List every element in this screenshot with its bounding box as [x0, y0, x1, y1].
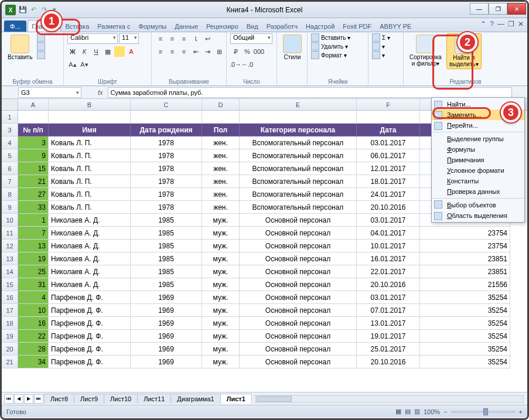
align-top-icon[interactable]: ≡: [155, 33, 166, 44]
insert-cells-button[interactable]: Вставить ▾: [311, 33, 350, 42]
merge-icon[interactable]: ⊞: [214, 46, 224, 57]
delete-cells-button[interactable]: Удалить ▾: [311, 42, 350, 50]
tab-formulas[interactable]: Формулы: [134, 21, 170, 32]
wrap-text-icon[interactable]: ↩: [202, 33, 213, 44]
styles-button[interactable]: Стили: [281, 33, 304, 62]
dec-decimal-icon[interactable]: ←.0: [242, 59, 252, 70]
menu-item[interactable]: Условное формати: [432, 165, 524, 176]
select-all-corner[interactable]: [2, 99, 18, 110]
maximize-button[interactable]: ❐: [489, 3, 507, 15]
menu-item[interactable]: Выделение группы: [432, 132, 524, 144]
autosum-button[interactable]: Σ ▾: [372, 33, 390, 42]
tab-developer[interactable]: Разработч: [262, 21, 302, 32]
inc-decimal-icon[interactable]: .0→: [230, 59, 241, 70]
sheet-nav-first[interactable]: ⏮: [4, 394, 13, 404]
align-right-icon[interactable]: ≡: [179, 46, 189, 57]
save-icon[interactable]: 💾: [18, 5, 28, 15]
tab-addins[interactable]: Надстрой: [302, 21, 339, 32]
undo-icon[interactable]: ↶: [29, 5, 38, 15]
font-color-button[interactable]: A: [126, 46, 136, 57]
underline-button[interactable]: Ч: [91, 46, 101, 57]
increase-font-icon[interactable]: A▴: [67, 59, 78, 70]
window-min-icon[interactable]: —: [497, 20, 504, 28]
tab-insert[interactable]: Вставка: [61, 21, 93, 32]
align-middle-icon[interactable]: ≡: [167, 33, 178, 44]
sheet-nav-prev[interactable]: ◀: [14, 394, 23, 404]
comma-icon[interactable]: 000: [254, 46, 264, 57]
copy-icon[interactable]: [37, 42, 45, 50]
window-close-icon[interactable]: ✕: [518, 20, 524, 28]
fx-icon[interactable]: fx: [98, 89, 103, 96]
zoom-in-button[interactable]: +: [519, 408, 523, 415]
horizontal-scrollbar[interactable]: [255, 395, 524, 403]
group-align-label: Выравнивание: [155, 78, 223, 86]
zoom-value[interactable]: 100%: [424, 408, 440, 415]
view-normal-icon[interactable]: ▦: [395, 408, 401, 415]
decrease-font-icon[interactable]: A▾: [79, 59, 90, 70]
font-size-combo[interactable]: 11: [119, 33, 139, 44]
menu-item[interactable]: Выбор объектов: [432, 198, 524, 210]
tab-layout[interactable]: Разметка с: [93, 21, 134, 32]
col-A[interactable]: A: [18, 99, 49, 110]
font-name-combo[interactable]: Calibri: [67, 33, 118, 44]
menu-item[interactable]: Константы: [432, 176, 524, 186]
file-tab[interactable]: Ф...: [4, 21, 26, 32]
window-restore-icon[interactable]: ❐: [508, 20, 514, 28]
cut-icon[interactable]: [37, 33, 45, 42]
name-box[interactable]: G3: [18, 87, 81, 98]
sheet-nav-next[interactable]: ▶: [24, 394, 33, 404]
ribbon-minimize-icon[interactable]: ⌃: [480, 20, 486, 28]
status-bar: Готово ▦ ▤ ▥ 100% − +: [2, 405, 527, 418]
tab-data[interactable]: Данные: [170, 21, 202, 32]
col-E[interactable]: E: [240, 99, 357, 110]
sheet-tab[interactable]: Лист1: [220, 394, 252, 404]
menu-item[interactable]: Примечания: [432, 155, 524, 165]
sort-filter-button[interactable]: Сортировкаи фильтр▾: [407, 33, 444, 68]
col-B[interactable]: B: [49, 99, 131, 110]
tab-review[interactable]: Рецензиро: [202, 21, 243, 32]
border-button[interactable]: ▦: [103, 46, 113, 57]
view-layout-icon[interactable]: ▤: [405, 408, 411, 415]
sheet-tab[interactable]: Лист11: [137, 394, 171, 404]
menu-item[interactable]: Формулы: [432, 144, 524, 155]
sheet-nav-last[interactable]: ⏭: [34, 394, 43, 404]
tab-foxit[interactable]: Foxit PDF: [339, 21, 376, 32]
group-number: Общий ₽ % 000 .0→ ←.0 Число: [227, 32, 277, 86]
menu-item[interactable]: Область выделения: [432, 210, 524, 221]
bold-button[interactable]: Ж: [67, 46, 78, 57]
zoom-slider[interactable]: [451, 411, 516, 413]
close-button[interactable]: ✕: [507, 3, 526, 15]
currency-icon[interactable]: ₽: [230, 46, 241, 57]
window-title: Книга4 - Microsoft Excel: [2, 6, 527, 14]
tab-abbyy[interactable]: ABBYY PE: [376, 21, 415, 32]
number-format-combo[interactable]: Общий: [230, 33, 272, 44]
minimize-button[interactable]: —: [470, 3, 489, 15]
italic-button[interactable]: К: [79, 46, 90, 57]
col-D[interactable]: D: [202, 99, 240, 110]
sheet-tab[interactable]: Лист8: [44, 394, 74, 404]
fill-button[interactable]: ▾: [372, 42, 390, 50]
indent-dec-icon[interactable]: ⇤: [190, 46, 201, 57]
align-left-icon[interactable]: ≡: [155, 46, 166, 57]
col-C[interactable]: C: [131, 99, 202, 110]
clear-button[interactable]: ▾: [372, 51, 390, 59]
sheet-tab[interactable]: Диаграмма1: [170, 394, 220, 404]
view-break-icon[interactable]: ▥: [414, 408, 420, 415]
sheet-tab[interactable]: Лист9: [74, 394, 104, 404]
paste-button[interactable]: Вставить: [5, 33, 35, 62]
indent-inc-icon[interactable]: ⇥: [202, 46, 213, 57]
menu-item[interactable]: Проверка данных: [432, 186, 524, 197]
orientation-icon[interactable]: ⤹: [190, 33, 201, 44]
format-painter-icon[interactable]: [37, 51, 45, 59]
tab-view[interactable]: Вид: [243, 21, 262, 32]
percent-icon[interactable]: %: [242, 46, 252, 57]
sheet-tab[interactable]: Лист10: [104, 394, 138, 404]
fill-color-button[interactable]: [114, 46, 125, 57]
align-center-icon[interactable]: ≡: [167, 46, 178, 57]
zoom-out-button[interactable]: −: [443, 408, 447, 415]
format-cells-button[interactable]: Формат ▾: [311, 51, 350, 59]
col-F[interactable]: F: [357, 99, 420, 110]
help-icon[interactable]: ?: [490, 20, 494, 28]
formula-bar[interactable]: Сумма заработной платы, руб.: [108, 87, 512, 98]
align-bottom-icon[interactable]: ≡: [179, 33, 189, 44]
